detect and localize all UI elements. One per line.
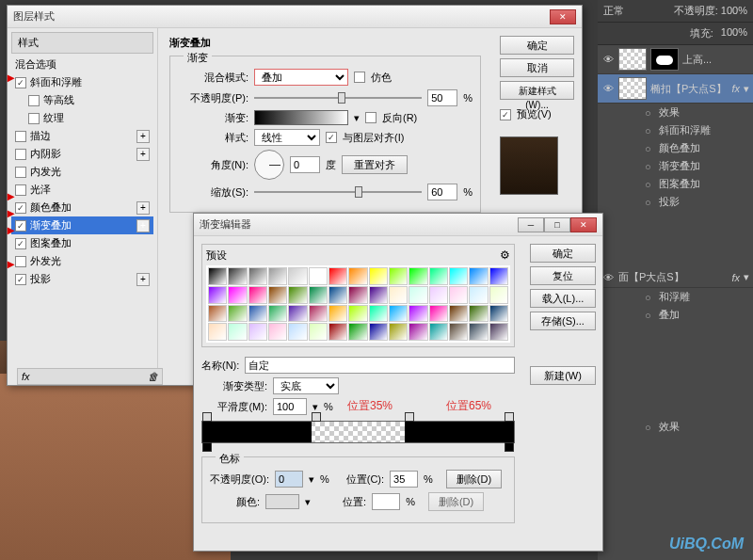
preset-swatch[interactable] xyxy=(469,305,488,323)
preset-swatch[interactable] xyxy=(208,323,227,341)
fx-item[interactable]: 渐变叠加 xyxy=(598,157,753,175)
style-checkbox[interactable] xyxy=(15,256,26,267)
preset-swatch[interactable] xyxy=(208,305,227,323)
preset-swatch[interactable] xyxy=(328,323,347,341)
preset-swatch[interactable] xyxy=(328,267,347,285)
preset-swatch[interactable] xyxy=(248,323,267,341)
smoothness-input[interactable] xyxy=(273,398,307,415)
fx-item[interactable]: 叠加 xyxy=(598,306,753,324)
preset-swatch[interactable] xyxy=(288,305,307,323)
ok-button[interactable]: 确定 xyxy=(500,36,574,55)
preset-swatch[interactable] xyxy=(268,286,287,304)
plus-icon[interactable]: + xyxy=(136,273,150,286)
preset-swatch[interactable] xyxy=(348,286,367,304)
opacity-slider[interactable] xyxy=(254,90,422,105)
fx-item[interactable]: 颜色叠加 xyxy=(598,139,753,157)
trash-icon[interactable]: 🗑 xyxy=(148,371,158,382)
preset-swatch[interactable] xyxy=(389,267,408,285)
titlebar[interactable]: 渐变编辑器 ─ □ ✕ xyxy=(194,214,602,236)
preset-swatch[interactable] xyxy=(228,286,247,304)
blend-mode-select[interactable]: 叠加 xyxy=(254,69,348,86)
ok-button[interactable]: 确定 xyxy=(530,244,596,263)
plus-icon[interactable]: + xyxy=(136,201,150,215)
style-item-10[interactable]: 外发光 xyxy=(11,252,153,270)
preset-swatch[interactable] xyxy=(348,323,367,341)
preset-swatch[interactable] xyxy=(369,323,388,341)
preview-checkbox[interactable] xyxy=(500,109,511,120)
preset-swatch[interactable] xyxy=(429,286,448,304)
fx-item[interactable]: 图案叠加 xyxy=(598,175,753,193)
name-input[interactable] xyxy=(245,357,515,374)
opacity-stop[interactable] xyxy=(405,412,414,422)
style-checkbox[interactable] xyxy=(15,184,26,196)
color-stop[interactable] xyxy=(202,442,212,452)
preset-swatch[interactable] xyxy=(248,305,267,323)
blend-options[interactable]: 混合选项 xyxy=(11,56,153,73)
chevron-down-icon[interactable]: ▾ xyxy=(305,496,311,508)
preset-swatch[interactable] xyxy=(348,267,367,285)
close-icon[interactable]: ✕ xyxy=(550,9,576,24)
preset-swatch[interactable] xyxy=(409,267,427,285)
maximize-icon[interactable]: □ xyxy=(544,217,570,232)
angle-input[interactable] xyxy=(290,156,320,173)
preset-swatch[interactable] xyxy=(268,323,287,341)
scale-slider[interactable] xyxy=(254,184,422,200)
style-item-2[interactable]: 纹理 xyxy=(11,109,153,127)
preset-swatch[interactable] xyxy=(208,286,227,304)
style-item-1[interactable]: 等高线 xyxy=(11,91,153,109)
scale-input[interactable] xyxy=(427,184,457,200)
gradient-bar[interactable] xyxy=(201,421,515,443)
preset-swatch[interactable] xyxy=(309,323,328,341)
preset-swatch[interactable] xyxy=(469,323,488,341)
style-item-9[interactable]: 图案叠加 xyxy=(11,234,153,252)
preset-swatch[interactable] xyxy=(449,323,468,341)
delete-button[interactable]: 删除(D) xyxy=(428,492,484,511)
blend-mode-label[interactable]: 正常 xyxy=(603,4,624,18)
new-button[interactable]: 新建(W) xyxy=(530,366,596,385)
opacity-stop[interactable] xyxy=(312,412,321,422)
preset-swatch[interactable] xyxy=(369,267,388,285)
preset-swatch[interactable] xyxy=(328,286,347,304)
preset-swatch[interactable] xyxy=(489,323,508,341)
preset-swatch[interactable] xyxy=(489,267,508,285)
chevron-down-icon[interactable]: ▾ xyxy=(312,401,318,413)
gradient-preview[interactable] xyxy=(254,110,348,125)
preset-swatch[interactable] xyxy=(228,267,247,285)
preset-swatch[interactable] xyxy=(228,305,247,323)
layer-row[interactable]: 👁 椭扣【P大点S】 fx ▾ xyxy=(598,74,753,104)
style-checkbox[interactable] xyxy=(28,113,40,124)
layer-thumb[interactable] xyxy=(618,77,647,100)
style-checkbox[interactable] xyxy=(15,167,26,178)
style-checkbox[interactable] xyxy=(15,77,26,88)
stop-location-input[interactable] xyxy=(390,471,418,488)
preset-swatch[interactable] xyxy=(449,286,468,304)
color-stop[interactable] xyxy=(505,442,514,452)
style-checkbox[interactable] xyxy=(28,95,40,106)
preset-swatch[interactable] xyxy=(328,305,347,323)
style-item-4[interactable]: 内阴影+ xyxy=(11,145,153,163)
layer-thumb[interactable] xyxy=(618,48,647,71)
save-button[interactable]: 存储(S)... xyxy=(530,312,596,330)
close-icon[interactable]: ✕ xyxy=(570,217,597,232)
style-checkbox[interactable] xyxy=(15,238,26,249)
style-checkbox[interactable] xyxy=(15,274,26,285)
layer-row[interactable]: 👁 面【P大点S】 fx ▾ xyxy=(598,267,753,288)
style-checkbox[interactable] xyxy=(15,131,26,142)
preset-swatch[interactable] xyxy=(268,305,287,323)
opacity-input[interactable] xyxy=(427,89,457,106)
preset-swatch[interactable] xyxy=(288,267,307,285)
minimize-icon[interactable]: ─ xyxy=(518,217,544,232)
fx-item[interactable]: 投影 xyxy=(598,193,753,211)
preset-swatch[interactable] xyxy=(489,305,508,323)
preset-swatch[interactable] xyxy=(268,267,287,285)
opacity-stop[interactable] xyxy=(505,412,514,422)
gear-icon[interactable]: ⚙ xyxy=(500,248,510,263)
preset-swatch[interactable] xyxy=(469,267,488,285)
chevron-down-icon[interactable]: ▾ xyxy=(309,473,314,486)
opacity-stop[interactable] xyxy=(202,412,212,422)
style-select[interactable]: 线性 xyxy=(254,129,320,146)
fx-toolbar[interactable]: fx 🗑 xyxy=(17,368,163,385)
preset-swatch[interactable] xyxy=(389,305,408,323)
color-swatch[interactable] xyxy=(265,494,299,509)
preset-swatch[interactable] xyxy=(248,267,267,285)
